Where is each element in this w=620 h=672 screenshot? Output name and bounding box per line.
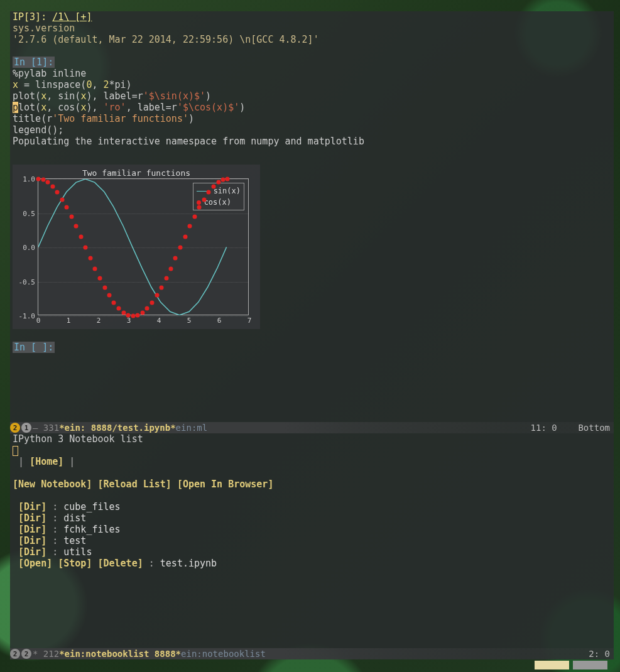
- breadcrumb: | [Home] |: [13, 456, 611, 467]
- output-line: sys.version: [13, 23, 611, 34]
- home-link[interactable]: [Home]: [30, 456, 63, 467]
- dir-link[interactable]: [Dir]: [18, 512, 46, 524]
- notebooklist-pane: IPython 3 Notebook list | [Home] | [New …: [10, 433, 614, 659]
- reload-list-button[interactable]: [Reload List]: [97, 479, 171, 490]
- notebooklist-content[interactable]: IPython 3 Notebook list | [Home] | [New …: [10, 433, 614, 648]
- legend-dot-icon: [197, 200, 201, 205]
- code-line[interactable]: legend();: [13, 124, 611, 136]
- modeline-badge: 2: [21, 649, 31, 659]
- legend-label: sin(x): [214, 187, 241, 195]
- blank-line: [13, 335, 611, 342]
- cursor-outline: [13, 446, 18, 456]
- dir-name: utils: [63, 546, 92, 558]
- new-notebook-button[interactable]: [New Notebook]: [13, 479, 92, 490]
- modeline-top: 2 1 — 331 *ein: 8888/test.ipynb* ein:ml …: [10, 422, 614, 433]
- dir-link[interactable]: [Dir]: [18, 535, 46, 546]
- modeline-buffer: *ein:notebooklist 8888*: [59, 649, 181, 659]
- chart-title: Two familiar functions: [13, 168, 260, 178]
- code-line[interactable]: plot(x, cos(x), 'ro', label=r'$\cos(x)$'…: [13, 102, 611, 113]
- blank-line: [13, 45, 611, 57]
- plot-area: sin(x) cos(x) -1.0-0.50.00.51.001234567: [38, 178, 249, 315]
- dir-name: cube_files: [63, 501, 120, 512]
- cursor-line: [13, 445, 611, 456]
- modeline-badge: 2: [10, 649, 20, 659]
- output-line: '2.7.6 (default, Mar 22 2014, 22:59:56) …: [13, 34, 611, 45]
- blank-line: [13, 467, 611, 479]
- dir-link[interactable]: [Dir]: [18, 546, 46, 558]
- dir-link[interactable]: [Dir]: [18, 501, 46, 512]
- modeline-badge: 1: [21, 423, 31, 433]
- code-line[interactable]: title(r'Two familiar functions'): [13, 113, 611, 124]
- dir-row: [Dir] : dist: [13, 512, 611, 524]
- dir-name: test: [63, 535, 86, 546]
- modeline-bottom: 2 2 * 212 *ein:notebooklist 8888* ein:no…: [10, 648, 614, 659]
- legend-label: cos(x): [204, 198, 231, 207]
- file-row: [Open] [Stop] [Delete] : test.ipynb: [13, 558, 611, 569]
- blank-line: [13, 147, 611, 158]
- cell-prompt: In [1]:: [13, 57, 611, 68]
- open-button[interactable]: [Open]: [18, 558, 52, 569]
- tab-header[interactable]: IP[3]: /1\ [+]: [13, 11, 611, 23]
- open-in-browser-button[interactable]: [Open In Browser]: [177, 479, 274, 490]
- modeline-position: 2: 0: [589, 649, 610, 659]
- code-line[interactable]: %pylab inline: [13, 68, 611, 79]
- cell-prompt[interactable]: In [ ]:: [13, 342, 611, 353]
- dir-row: [Dir] : cube_files: [13, 501, 611, 512]
- stdout-line: Populating the interactive namespace fro…: [13, 136, 611, 147]
- modeline-mode: ein:ml: [176, 423, 208, 433]
- action-row: [New Notebook] [Reload List] [Open In Br…: [13, 479, 611, 490]
- notebooklist-title: IPython 3 Notebook list: [13, 433, 611, 445]
- modeline-flags: — 331: [33, 423, 59, 433]
- modeline-badge: 2: [10, 423, 20, 433]
- modeline-where: Bottom: [578, 423, 610, 433]
- dir-link[interactable]: [Dir]: [18, 524, 46, 535]
- modeline-buffer: *ein: 8888/test.ipynb*: [59, 423, 175, 433]
- dir-name: fchk_files: [63, 524, 120, 535]
- dir-row: [Dir] : fchk_files: [13, 524, 611, 535]
- dir-row: [Dir] : test: [13, 535, 611, 546]
- blank-line: [13, 490, 611, 501]
- cursor: p: [13, 102, 18, 113]
- dir-name: dist: [63, 512, 86, 524]
- code-line[interactable]: x = linspace(0, 2*pi): [13, 79, 611, 90]
- file-name: test.ipynb: [160, 558, 217, 569]
- notebook-pane: IP[3]: /1\ [+] sys.version '2.7.6 (defau…: [10, 11, 614, 433]
- tray-item[interactable]: [535, 661, 569, 669]
- plot-output: Two familiar functions sin(x) cos(x) -1.…: [13, 165, 260, 329]
- tray-item[interactable]: [573, 661, 607, 669]
- notebook-content[interactable]: IP[3]: /1\ [+] sys.version '2.7.6 (defau…: [10, 11, 614, 422]
- dir-row: [Dir] : utils: [13, 546, 611, 558]
- system-tray: [535, 661, 607, 672]
- stop-button[interactable]: [Stop]: [58, 558, 92, 569]
- delete-button[interactable]: [Delete]: [97, 558, 143, 569]
- modeline-position: 11: 0: [531, 423, 557, 433]
- modeline-flags: * 212: [33, 649, 59, 659]
- code-line[interactable]: plot(x, sin(x), label=r'$\sin(x)$'): [13, 90, 611, 102]
- modeline-mode: ein:notebooklist: [181, 649, 266, 659]
